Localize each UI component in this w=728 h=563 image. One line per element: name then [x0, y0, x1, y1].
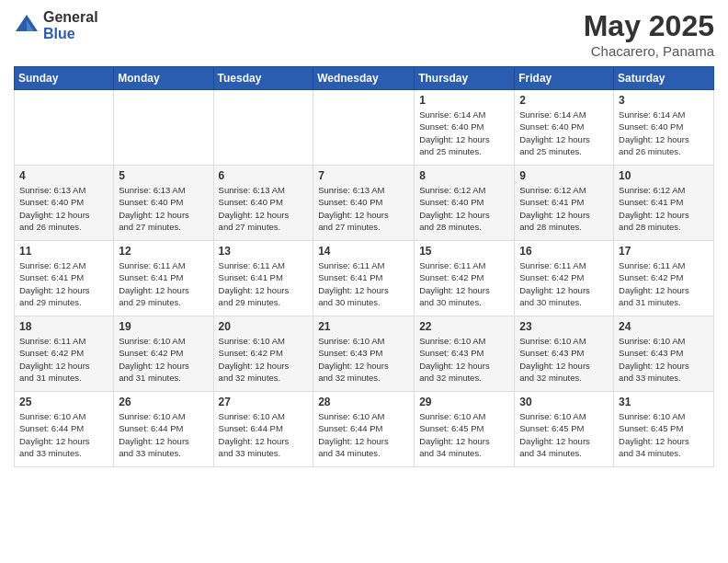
calendar-cell: 3Sunrise: 6:14 AM Sunset: 6:40 PM Daylig…	[614, 90, 714, 166]
title-block: May 2025 Chacarero, Panama	[584, 9, 714, 59]
day-number: 15	[419, 245, 509, 258]
day-info: Sunrise: 6:12 AM Sunset: 6:41 PM Dayligh…	[19, 259, 108, 308]
calendar-cell: 21Sunrise: 6:10 AM Sunset: 6:43 PM Dayli…	[313, 316, 415, 392]
day-info: Sunrise: 6:13 AM Sunset: 6:40 PM Dayligh…	[19, 184, 108, 233]
calendar-cell: 14Sunrise: 6:11 AM Sunset: 6:41 PM Dayli…	[313, 241, 415, 316]
calendar-week-4: 18Sunrise: 6:11 AM Sunset: 6:42 PM Dayli…	[15, 316, 714, 392]
day-info: Sunrise: 6:11 AM Sunset: 6:41 PM Dayligh…	[119, 259, 208, 308]
day-number: 20	[219, 320, 309, 333]
day-number: 14	[318, 245, 409, 258]
col-friday: Friday	[515, 67, 614, 90]
day-info: Sunrise: 6:12 AM Sunset: 6:41 PM Dayligh…	[619, 184, 709, 233]
logo-general-text: General	[43, 9, 98, 26]
day-info: Sunrise: 6:10 AM Sunset: 6:42 PM Dayligh…	[219, 335, 309, 384]
day-number: 31	[619, 396, 709, 408]
calendar-cell: 15Sunrise: 6:11 AM Sunset: 6:42 PM Dayli…	[415, 241, 515, 316]
calendar-table: Sunday Monday Tuesday Wednesday Thursday…	[14, 66, 714, 467]
calendar-cell: 28Sunrise: 6:10 AM Sunset: 6:44 PM Dayli…	[313, 392, 415, 467]
day-number: 6	[219, 169, 309, 182]
calendar-cell: 26Sunrise: 6:10 AM Sunset: 6:44 PM Dayli…	[114, 392, 213, 467]
calendar-cell: 7Sunrise: 6:13 AM Sunset: 6:40 PM Daylig…	[313, 166, 415, 241]
calendar-week-2: 4Sunrise: 6:13 AM Sunset: 6:40 PM Daylig…	[15, 166, 714, 241]
day-number: 23	[519, 320, 609, 333]
day-info: Sunrise: 6:10 AM Sunset: 6:43 PM Dayligh…	[318, 335, 409, 384]
day-info: Sunrise: 6:10 AM Sunset: 6:44 PM Dayligh…	[119, 410, 208, 459]
day-number: 19	[119, 320, 208, 333]
day-info: Sunrise: 6:10 AM Sunset: 6:45 PM Dayligh…	[619, 410, 709, 459]
day-info: Sunrise: 6:10 AM Sunset: 6:42 PM Dayligh…	[119, 335, 208, 384]
calendar-cell: 16Sunrise: 6:11 AM Sunset: 6:42 PM Dayli…	[515, 241, 614, 316]
calendar-cell: 30Sunrise: 6:10 AM Sunset: 6:45 PM Dayli…	[515, 392, 614, 467]
day-number: 12	[119, 245, 208, 258]
calendar-cell: 18Sunrise: 6:11 AM Sunset: 6:42 PM Dayli…	[15, 316, 114, 392]
logo-icon	[14, 13, 40, 39]
calendar-cell: 25Sunrise: 6:10 AM Sunset: 6:44 PM Dayli…	[15, 392, 114, 467]
day-info: Sunrise: 6:10 AM Sunset: 6:45 PM Dayligh…	[419, 410, 509, 459]
day-number: 28	[318, 396, 409, 408]
calendar-cell: 1Sunrise: 6:14 AM Sunset: 6:40 PM Daylig…	[415, 90, 515, 166]
day-info: Sunrise: 6:12 AM Sunset: 6:41 PM Dayligh…	[519, 184, 609, 233]
calendar-cell: 31Sunrise: 6:10 AM Sunset: 6:45 PM Dayli…	[614, 392, 714, 467]
day-number: 26	[119, 396, 208, 408]
day-number: 25	[19, 396, 108, 408]
calendar-cell: 17Sunrise: 6:11 AM Sunset: 6:42 PM Dayli…	[614, 241, 714, 316]
logo: General Blue	[14, 9, 98, 41]
day-info: Sunrise: 6:13 AM Sunset: 6:40 PM Dayligh…	[219, 184, 309, 233]
calendar-cell	[313, 90, 415, 166]
calendar-cell: 10Sunrise: 6:12 AM Sunset: 6:41 PM Dayli…	[614, 166, 714, 241]
day-info: Sunrise: 6:11 AM Sunset: 6:41 PM Dayligh…	[219, 259, 309, 308]
day-info: Sunrise: 6:10 AM Sunset: 6:43 PM Dayligh…	[619, 335, 709, 384]
day-number: 18	[19, 320, 108, 333]
day-number: 1	[419, 94, 509, 107]
calendar-cell: 13Sunrise: 6:11 AM Sunset: 6:41 PM Dayli…	[213, 241, 313, 316]
calendar-header-row: Sunday Monday Tuesday Wednesday Thursday…	[15, 67, 714, 90]
day-number: 16	[519, 245, 609, 258]
col-tuesday: Tuesday	[213, 67, 313, 90]
day-info: Sunrise: 6:14 AM Sunset: 6:40 PM Dayligh…	[519, 109, 609, 157]
calendar-cell: 20Sunrise: 6:10 AM Sunset: 6:42 PM Dayli…	[213, 316, 313, 392]
day-info: Sunrise: 6:10 AM Sunset: 6:44 PM Dayligh…	[19, 410, 108, 459]
day-info: Sunrise: 6:11 AM Sunset: 6:42 PM Dayligh…	[419, 259, 509, 308]
day-info: Sunrise: 6:11 AM Sunset: 6:42 PM Dayligh…	[19, 335, 108, 384]
calendar-cell: 8Sunrise: 6:12 AM Sunset: 6:40 PM Daylig…	[415, 166, 515, 241]
day-info: Sunrise: 6:11 AM Sunset: 6:42 PM Dayligh…	[619, 259, 709, 308]
calendar-cell	[213, 90, 313, 166]
col-saturday: Saturday	[614, 67, 714, 90]
day-number: 13	[219, 245, 309, 258]
calendar-cell: 27Sunrise: 6:10 AM Sunset: 6:44 PM Dayli…	[213, 392, 313, 467]
calendar-cell	[114, 90, 213, 166]
calendar-cell: 23Sunrise: 6:10 AM Sunset: 6:43 PM Dayli…	[515, 316, 614, 392]
day-number: 4	[19, 169, 108, 182]
day-info: Sunrise: 6:11 AM Sunset: 6:42 PM Dayligh…	[519, 259, 609, 308]
main-title: May 2025	[584, 9, 714, 43]
calendar-cell: 5Sunrise: 6:13 AM Sunset: 6:40 PM Daylig…	[114, 166, 213, 241]
day-number: 21	[318, 320, 409, 333]
location-subtitle: Chacarero, Panama	[584, 43, 714, 59]
day-number: 3	[619, 94, 709, 107]
calendar-week-3: 11Sunrise: 6:12 AM Sunset: 6:41 PM Dayli…	[15, 241, 714, 316]
col-sunday: Sunday	[15, 67, 114, 90]
day-number: 2	[519, 94, 609, 107]
day-info: Sunrise: 6:10 AM Sunset: 6:45 PM Dayligh…	[519, 410, 609, 459]
day-info: Sunrise: 6:13 AM Sunset: 6:40 PM Dayligh…	[318, 184, 409, 233]
col-thursday: Thursday	[415, 67, 515, 90]
day-info: Sunrise: 6:12 AM Sunset: 6:40 PM Dayligh…	[419, 184, 509, 233]
calendar-week-1: 1Sunrise: 6:14 AM Sunset: 6:40 PM Daylig…	[15, 90, 714, 166]
day-number: 27	[219, 396, 309, 408]
day-number: 17	[619, 245, 709, 258]
day-number: 7	[318, 169, 409, 182]
calendar-cell: 9Sunrise: 6:12 AM Sunset: 6:41 PM Daylig…	[515, 166, 614, 241]
calendar-cell: 2Sunrise: 6:14 AM Sunset: 6:40 PM Daylig…	[515, 90, 614, 166]
day-info: Sunrise: 6:10 AM Sunset: 6:44 PM Dayligh…	[318, 410, 409, 459]
calendar-cell: 12Sunrise: 6:11 AM Sunset: 6:41 PM Dayli…	[114, 241, 213, 316]
calendar-cell: 22Sunrise: 6:10 AM Sunset: 6:43 PM Dayli…	[415, 316, 515, 392]
day-number: 10	[619, 169, 709, 182]
calendar-cell: 24Sunrise: 6:10 AM Sunset: 6:43 PM Dayli…	[614, 316, 714, 392]
calendar-cell: 11Sunrise: 6:12 AM Sunset: 6:41 PM Dayli…	[15, 241, 114, 316]
day-number: 29	[419, 396, 509, 408]
calendar-week-5: 25Sunrise: 6:10 AM Sunset: 6:44 PM Dayli…	[15, 392, 714, 467]
day-info: Sunrise: 6:14 AM Sunset: 6:40 PM Dayligh…	[419, 109, 509, 157]
day-number: 8	[419, 169, 509, 182]
calendar-cell: 4Sunrise: 6:13 AM Sunset: 6:40 PM Daylig…	[15, 166, 114, 241]
day-number: 9	[519, 169, 609, 182]
